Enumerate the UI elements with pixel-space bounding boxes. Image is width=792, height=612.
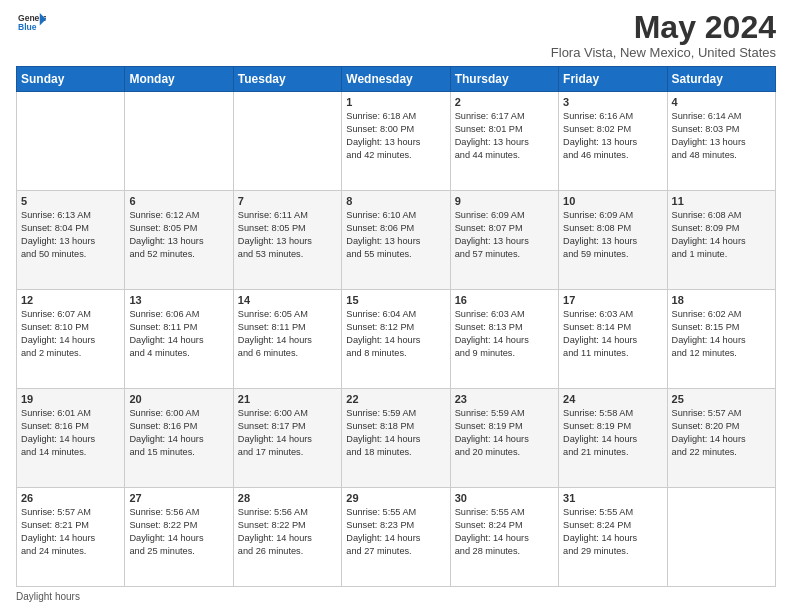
day-cell-20: 20Sunrise: 6:00 AM Sunset: 8:16 PM Dayli… <box>125 389 233 488</box>
day-info: Sunrise: 6:18 AM Sunset: 8:00 PM Dayligh… <box>346 110 445 162</box>
day-cell-3: 3Sunrise: 6:16 AM Sunset: 8:02 PM Daylig… <box>559 92 667 191</box>
day-cell-23: 23Sunrise: 5:59 AM Sunset: 8:19 PM Dayli… <box>450 389 558 488</box>
day-info: Sunrise: 6:17 AM Sunset: 8:01 PM Dayligh… <box>455 110 554 162</box>
day-cell-25: 25Sunrise: 5:57 AM Sunset: 8:20 PM Dayli… <box>667 389 775 488</box>
day-info: Sunrise: 6:12 AM Sunset: 8:05 PM Dayligh… <box>129 209 228 261</box>
day-number: 30 <box>455 492 554 504</box>
day-cell-2: 2Sunrise: 6:17 AM Sunset: 8:01 PM Daylig… <box>450 92 558 191</box>
col-header-friday: Friday <box>559 67 667 92</box>
page: General Blue May 2024 Flora Vista, New M… <box>0 0 792 612</box>
day-cell-11: 11Sunrise: 6:08 AM Sunset: 8:09 PM Dayli… <box>667 191 775 290</box>
col-header-tuesday: Tuesday <box>233 67 341 92</box>
day-info: Sunrise: 6:09 AM Sunset: 8:07 PM Dayligh… <box>455 209 554 261</box>
day-cell-17: 17Sunrise: 6:03 AM Sunset: 8:14 PM Dayli… <box>559 290 667 389</box>
empty-cell <box>233 92 341 191</box>
day-cell-10: 10Sunrise: 6:09 AM Sunset: 8:08 PM Dayli… <box>559 191 667 290</box>
day-number: 9 <box>455 195 554 207</box>
day-info: Sunrise: 5:59 AM Sunset: 8:18 PM Dayligh… <box>346 407 445 459</box>
day-number: 25 <box>672 393 771 405</box>
calendar-week-row: 12Sunrise: 6:07 AM Sunset: 8:10 PM Dayli… <box>17 290 776 389</box>
day-cell-30: 30Sunrise: 5:55 AM Sunset: 8:24 PM Dayli… <box>450 488 558 587</box>
logo-icon: General Blue <box>18 10 46 38</box>
day-info: Sunrise: 6:08 AM Sunset: 8:09 PM Dayligh… <box>672 209 771 261</box>
day-info: Sunrise: 6:14 AM Sunset: 8:03 PM Dayligh… <box>672 110 771 162</box>
day-number: 20 <box>129 393 228 405</box>
calendar-week-row: 26Sunrise: 5:57 AM Sunset: 8:21 PM Dayli… <box>17 488 776 587</box>
day-number: 3 <box>563 96 662 108</box>
day-info: Sunrise: 6:06 AM Sunset: 8:11 PM Dayligh… <box>129 308 228 360</box>
day-cell-16: 16Sunrise: 6:03 AM Sunset: 8:13 PM Dayli… <box>450 290 558 389</box>
day-number: 26 <box>21 492 120 504</box>
day-cell-4: 4Sunrise: 6:14 AM Sunset: 8:03 PM Daylig… <box>667 92 775 191</box>
svg-text:Blue: Blue <box>18 22 37 32</box>
day-info: Sunrise: 6:10 AM Sunset: 8:06 PM Dayligh… <box>346 209 445 261</box>
day-info: Sunrise: 6:13 AM Sunset: 8:04 PM Dayligh… <box>21 209 120 261</box>
day-number: 24 <box>563 393 662 405</box>
day-info: Sunrise: 6:00 AM Sunset: 8:17 PM Dayligh… <box>238 407 337 459</box>
day-number: 11 <box>672 195 771 207</box>
day-cell-21: 21Sunrise: 6:00 AM Sunset: 8:17 PM Dayli… <box>233 389 341 488</box>
calendar-table: SundayMondayTuesdayWednesdayThursdayFrid… <box>16 66 776 587</box>
calendar-week-row: 1Sunrise: 6:18 AM Sunset: 8:00 PM Daylig… <box>17 92 776 191</box>
day-number: 27 <box>129 492 228 504</box>
empty-cell <box>17 92 125 191</box>
day-number: 4 <box>672 96 771 108</box>
day-number: 10 <box>563 195 662 207</box>
day-cell-28: 28Sunrise: 5:56 AM Sunset: 8:22 PM Dayli… <box>233 488 341 587</box>
day-cell-18: 18Sunrise: 6:02 AM Sunset: 8:15 PM Dayli… <box>667 290 775 389</box>
day-cell-8: 8Sunrise: 6:10 AM Sunset: 8:06 PM Daylig… <box>342 191 450 290</box>
day-number: 21 <box>238 393 337 405</box>
day-info: Sunrise: 5:59 AM Sunset: 8:19 PM Dayligh… <box>455 407 554 459</box>
day-cell-19: 19Sunrise: 6:01 AM Sunset: 8:16 PM Dayli… <box>17 389 125 488</box>
day-cell-9: 9Sunrise: 6:09 AM Sunset: 8:07 PM Daylig… <box>450 191 558 290</box>
calendar-week-row: 19Sunrise: 6:01 AM Sunset: 8:16 PM Dayli… <box>17 389 776 488</box>
logo: General Blue <box>16 10 46 42</box>
col-header-monday: Monday <box>125 67 233 92</box>
day-number: 7 <box>238 195 337 207</box>
day-number: 29 <box>346 492 445 504</box>
day-info: Sunrise: 6:03 AM Sunset: 8:13 PM Dayligh… <box>455 308 554 360</box>
day-cell-13: 13Sunrise: 6:06 AM Sunset: 8:11 PM Dayli… <box>125 290 233 389</box>
day-info: Sunrise: 6:02 AM Sunset: 8:15 PM Dayligh… <box>672 308 771 360</box>
col-header-sunday: Sunday <box>17 67 125 92</box>
day-number: 15 <box>346 294 445 306</box>
day-number: 6 <box>129 195 228 207</box>
day-cell-7: 7Sunrise: 6:11 AM Sunset: 8:05 PM Daylig… <box>233 191 341 290</box>
day-number: 14 <box>238 294 337 306</box>
day-info: Sunrise: 6:11 AM Sunset: 8:05 PM Dayligh… <box>238 209 337 261</box>
day-info: Sunrise: 5:57 AM Sunset: 8:20 PM Dayligh… <box>672 407 771 459</box>
day-info: Sunrise: 5:56 AM Sunset: 8:22 PM Dayligh… <box>129 506 228 558</box>
day-info: Sunrise: 6:09 AM Sunset: 8:08 PM Dayligh… <box>563 209 662 261</box>
header-right: May 2024 Flora Vista, New Mexico, United… <box>551 10 776 60</box>
day-number: 17 <box>563 294 662 306</box>
day-number: 12 <box>21 294 120 306</box>
day-info: Sunrise: 5:57 AM Sunset: 8:21 PM Dayligh… <box>21 506 120 558</box>
day-number: 13 <box>129 294 228 306</box>
day-info: Sunrise: 6:00 AM Sunset: 8:16 PM Dayligh… <box>129 407 228 459</box>
footer-note: Daylight hours <box>16 591 776 602</box>
day-info: Sunrise: 6:07 AM Sunset: 8:10 PM Dayligh… <box>21 308 120 360</box>
empty-cell <box>125 92 233 191</box>
calendar-week-row: 5Sunrise: 6:13 AM Sunset: 8:04 PM Daylig… <box>17 191 776 290</box>
day-info: Sunrise: 5:55 AM Sunset: 8:24 PM Dayligh… <box>455 506 554 558</box>
header: General Blue May 2024 Flora Vista, New M… <box>16 10 776 60</box>
day-cell-12: 12Sunrise: 6:07 AM Sunset: 8:10 PM Dayli… <box>17 290 125 389</box>
day-info: Sunrise: 5:58 AM Sunset: 8:19 PM Dayligh… <box>563 407 662 459</box>
month-title: May 2024 <box>551 10 776 45</box>
day-info: Sunrise: 6:03 AM Sunset: 8:14 PM Dayligh… <box>563 308 662 360</box>
day-cell-27: 27Sunrise: 5:56 AM Sunset: 8:22 PM Dayli… <box>125 488 233 587</box>
daylight-label: Daylight hours <box>16 591 80 602</box>
col-header-wednesday: Wednesday <box>342 67 450 92</box>
day-number: 31 <box>563 492 662 504</box>
day-info: Sunrise: 5:56 AM Sunset: 8:22 PM Dayligh… <box>238 506 337 558</box>
col-header-thursday: Thursday <box>450 67 558 92</box>
day-info: Sunrise: 6:04 AM Sunset: 8:12 PM Dayligh… <box>346 308 445 360</box>
day-info: Sunrise: 6:05 AM Sunset: 8:11 PM Dayligh… <box>238 308 337 360</box>
empty-cell <box>667 488 775 587</box>
day-number: 28 <box>238 492 337 504</box>
day-cell-15: 15Sunrise: 6:04 AM Sunset: 8:12 PM Dayli… <box>342 290 450 389</box>
day-cell-22: 22Sunrise: 5:59 AM Sunset: 8:18 PM Dayli… <box>342 389 450 488</box>
day-cell-5: 5Sunrise: 6:13 AM Sunset: 8:04 PM Daylig… <box>17 191 125 290</box>
day-cell-29: 29Sunrise: 5:55 AM Sunset: 8:23 PM Dayli… <box>342 488 450 587</box>
day-number: 22 <box>346 393 445 405</box>
